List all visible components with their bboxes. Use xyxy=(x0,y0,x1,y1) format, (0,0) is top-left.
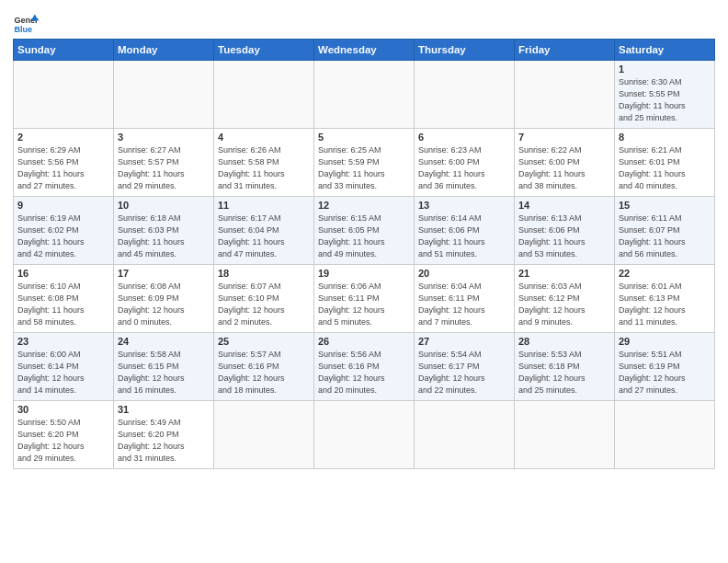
table-row: 19Sunrise: 6:06 AM Sunset: 6:11 PM Dayli… xyxy=(314,265,415,333)
day-number: 16 xyxy=(17,268,109,279)
day-number: 4 xyxy=(218,132,310,143)
day-number: 21 xyxy=(518,268,610,279)
day-number: 31 xyxy=(118,404,210,415)
day-info: Sunrise: 5:58 AM Sunset: 6:15 PM Dayligh… xyxy=(118,349,210,396)
table-row: 9Sunrise: 6:19 AM Sunset: 6:02 PM Daylig… xyxy=(14,197,114,265)
day-info: Sunrise: 6:23 AM Sunset: 6:00 PM Dayligh… xyxy=(418,144,510,192)
table-row: 10Sunrise: 6:18 AM Sunset: 6:03 PM Dayli… xyxy=(114,197,214,265)
logo: General Blue xyxy=(13,9,39,35)
table-row: 18Sunrise: 6:07 AM Sunset: 6:10 PM Dayli… xyxy=(214,265,314,333)
table-row: 7Sunrise: 6:22 AM Sunset: 6:00 PM Daylig… xyxy=(515,129,615,197)
day-number: 9 xyxy=(17,200,109,211)
day-number: 1 xyxy=(619,63,711,75)
day-header-monday: Monday xyxy=(114,40,214,61)
day-info: Sunrise: 6:25 AM Sunset: 5:59 PM Dayligh… xyxy=(318,144,410,192)
day-number: 17 xyxy=(118,268,210,279)
day-number: 14 xyxy=(518,200,610,211)
day-number: 18 xyxy=(218,268,310,279)
day-info: Sunrise: 6:18 AM Sunset: 6:03 PM Dayligh… xyxy=(118,213,210,260)
day-header-wednesday: Wednesday xyxy=(314,40,415,61)
day-info: Sunrise: 5:51 AM Sunset: 6:19 PM Dayligh… xyxy=(619,349,711,396)
table-row: 20Sunrise: 6:04 AM Sunset: 6:11 PM Dayli… xyxy=(415,265,515,333)
day-number: 23 xyxy=(17,336,109,347)
table-row: 11Sunrise: 6:17 AM Sunset: 6:04 PM Dayli… xyxy=(214,197,314,265)
day-info: Sunrise: 6:17 AM Sunset: 6:04 PM Dayligh… xyxy=(218,213,310,260)
calendar: SundayMondayTuesdayWednesdayThursdayFrid… xyxy=(13,39,715,469)
table-row: 3Sunrise: 6:27 AM Sunset: 5:57 PM Daylig… xyxy=(114,129,214,197)
day-number: 22 xyxy=(619,268,711,279)
table-row: 8Sunrise: 6:21 AM Sunset: 6:01 PM Daylig… xyxy=(615,129,715,197)
day-info: Sunrise: 6:00 AM Sunset: 6:14 PM Dayligh… xyxy=(17,349,109,396)
day-number: 24 xyxy=(118,336,210,347)
day-number: 30 xyxy=(17,404,109,415)
logo-icon: General Blue xyxy=(13,9,39,35)
day-number: 5 xyxy=(318,132,410,143)
day-info: Sunrise: 5:56 AM Sunset: 6:16 PM Dayligh… xyxy=(318,349,410,396)
day-info: Sunrise: 5:49 AM Sunset: 6:20 PM Dayligh… xyxy=(118,417,210,465)
table-row: 26Sunrise: 5:56 AM Sunset: 6:16 PM Dayli… xyxy=(314,333,415,401)
table-row: 24Sunrise: 5:58 AM Sunset: 6:15 PM Dayli… xyxy=(114,333,214,401)
table-row xyxy=(214,401,314,469)
day-number: 13 xyxy=(418,200,510,211)
table-row xyxy=(415,401,515,469)
table-row: 23Sunrise: 6:00 AM Sunset: 6:14 PM Dayli… xyxy=(14,333,114,401)
day-info: Sunrise: 6:14 AM Sunset: 6:06 PM Dayligh… xyxy=(418,213,510,260)
table-row xyxy=(214,61,314,129)
day-info: Sunrise: 6:22 AM Sunset: 6:00 PM Dayligh… xyxy=(518,144,610,192)
svg-text:Blue: Blue xyxy=(14,25,32,34)
table-row: 22Sunrise: 6:01 AM Sunset: 6:13 PM Dayli… xyxy=(615,265,715,333)
day-header-sunday: Sunday xyxy=(14,40,114,61)
day-number: 15 xyxy=(619,200,711,211)
day-info: Sunrise: 6:26 AM Sunset: 5:58 PM Dayligh… xyxy=(218,144,310,192)
table-row xyxy=(314,401,415,469)
table-row xyxy=(314,61,415,129)
table-row: 27Sunrise: 5:54 AM Sunset: 6:17 PM Dayli… xyxy=(415,333,515,401)
day-header-friday: Friday xyxy=(515,40,615,61)
table-row: 30Sunrise: 5:50 AM Sunset: 6:20 PM Dayli… xyxy=(14,401,114,469)
day-info: Sunrise: 6:27 AM Sunset: 5:57 PM Dayligh… xyxy=(118,144,210,192)
table-row: 29Sunrise: 5:51 AM Sunset: 6:19 PM Dayli… xyxy=(615,333,715,401)
day-info: Sunrise: 6:04 AM Sunset: 6:11 PM Dayligh… xyxy=(418,281,510,328)
table-row: 1Sunrise: 6:30 AM Sunset: 5:55 PM Daylig… xyxy=(615,61,715,129)
day-info: Sunrise: 6:13 AM Sunset: 6:06 PM Dayligh… xyxy=(518,213,610,260)
table-row: 25Sunrise: 5:57 AM Sunset: 6:16 PM Dayli… xyxy=(214,333,314,401)
day-info: Sunrise: 6:10 AM Sunset: 6:08 PM Dayligh… xyxy=(17,281,109,328)
table-row xyxy=(615,401,715,469)
table-row xyxy=(14,61,114,129)
day-info: Sunrise: 6:29 AM Sunset: 5:56 PM Dayligh… xyxy=(17,144,109,192)
day-number: 19 xyxy=(318,268,410,279)
day-number: 28 xyxy=(518,336,610,347)
day-info: Sunrise: 5:53 AM Sunset: 6:18 PM Dayligh… xyxy=(518,349,610,396)
day-number: 3 xyxy=(118,132,210,143)
table-row: 15Sunrise: 6:11 AM Sunset: 6:07 PM Dayli… xyxy=(615,197,715,265)
table-row: 17Sunrise: 6:08 AM Sunset: 6:09 PM Dayli… xyxy=(114,265,214,333)
day-number: 25 xyxy=(218,336,310,347)
day-info: Sunrise: 6:21 AM Sunset: 6:01 PM Dayligh… xyxy=(619,144,711,192)
day-info: Sunrise: 6:15 AM Sunset: 6:05 PM Dayligh… xyxy=(318,213,410,260)
day-number: 20 xyxy=(418,268,510,279)
table-row xyxy=(114,61,214,129)
day-info: Sunrise: 6:19 AM Sunset: 6:02 PM Dayligh… xyxy=(17,213,109,260)
day-info: Sunrise: 6:01 AM Sunset: 6:13 PM Dayligh… xyxy=(619,281,711,328)
table-row: 12Sunrise: 6:15 AM Sunset: 6:05 PM Dayli… xyxy=(314,197,415,265)
day-header-thursday: Thursday xyxy=(415,40,515,61)
table-row xyxy=(515,61,615,129)
table-row xyxy=(515,401,615,469)
day-info: Sunrise: 6:06 AM Sunset: 6:11 PM Dayligh… xyxy=(318,281,410,328)
table-row: 4Sunrise: 6:26 AM Sunset: 5:58 PM Daylig… xyxy=(214,129,314,197)
table-row: 13Sunrise: 6:14 AM Sunset: 6:06 PM Dayli… xyxy=(415,197,515,265)
day-info: Sunrise: 6:11 AM Sunset: 6:07 PM Dayligh… xyxy=(619,213,711,260)
day-info: Sunrise: 5:57 AM Sunset: 6:16 PM Dayligh… xyxy=(218,349,310,396)
day-header-saturday: Saturday xyxy=(615,40,715,61)
day-number: 6 xyxy=(418,132,510,143)
day-header-tuesday: Tuesday xyxy=(214,40,314,61)
day-info: Sunrise: 6:03 AM Sunset: 6:12 PM Dayligh… xyxy=(518,281,610,328)
day-info: Sunrise: 6:07 AM Sunset: 6:10 PM Dayligh… xyxy=(218,281,310,328)
table-row: 5Sunrise: 6:25 AM Sunset: 5:59 PM Daylig… xyxy=(314,129,415,197)
day-number: 8 xyxy=(619,132,711,143)
day-number: 2 xyxy=(17,132,109,143)
day-number: 11 xyxy=(218,200,310,211)
table-row: 6Sunrise: 6:23 AM Sunset: 6:00 PM Daylig… xyxy=(415,129,515,197)
day-info: Sunrise: 5:54 AM Sunset: 6:17 PM Dayligh… xyxy=(418,349,510,396)
table-row: 14Sunrise: 6:13 AM Sunset: 6:06 PM Dayli… xyxy=(515,197,615,265)
